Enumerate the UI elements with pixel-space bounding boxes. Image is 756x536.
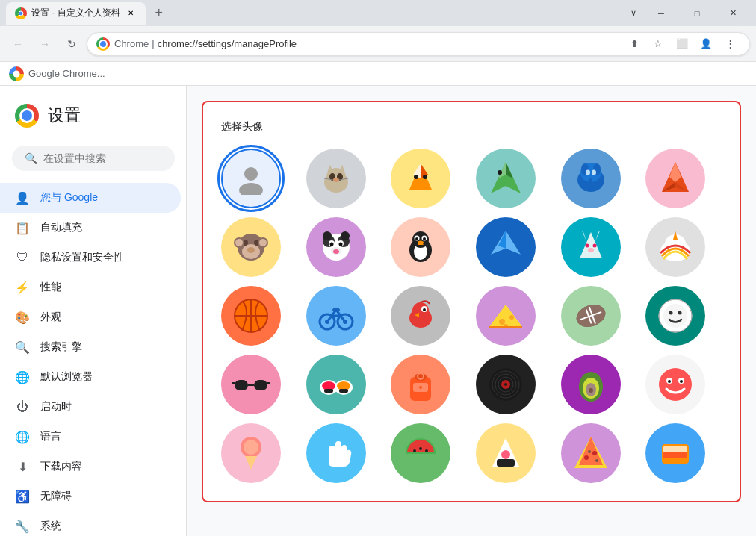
- avatar-teal-rabbit[interactable]: [561, 217, 621, 277]
- svg-point-134: [680, 380, 683, 383]
- sidebar-item-language[interactable]: 🌐 语言: [0, 422, 181, 452]
- sidebar-item-system[interactable]: 🔧 系统: [0, 511, 181, 536]
- avatar-icecream[interactable]: [221, 423, 281, 483]
- svg-point-90: [499, 319, 505, 325]
- sidebar-item-downloads[interactable]: ⬇ 下载内容: [0, 452, 181, 482]
- avatar-smiley-red[interactable]: [645, 355, 705, 414]
- avatar-fox[interactable]: [391, 149, 450, 208]
- sidebar-item-label-browser: 默认浏览器: [40, 370, 93, 384]
- address-bar[interactable]: Chrome | chrome://settings/manageProfile…: [87, 32, 750, 56]
- chevron-down-button[interactable]: ∨: [625, 0, 642, 26]
- profile-button[interactable]: 👤: [695, 34, 716, 54]
- share-button[interactable]: ⬆: [624, 34, 645, 54]
- svg-marker-146: [579, 437, 603, 465]
- hand-avatar-icon: [314, 431, 359, 476]
- back-button[interactable]: ←: [6, 32, 30, 56]
- rice-ball-avatar-icon: [483, 431, 528, 476]
- site-icon: [96, 37, 110, 51]
- tab-close-button[interactable]: ✕: [125, 7, 137, 19]
- origami-fox-avatar-icon: [653, 156, 698, 201]
- avatar-smiley-plate[interactable]: [645, 286, 705, 346]
- close-button[interactable]: ✕: [716, 0, 750, 26]
- person-icon: 👤: [15, 190, 30, 205]
- svg-point-34: [247, 247, 255, 253]
- avatar-red-bird[interactable]: [391, 286, 450, 346]
- avatar-bicycle[interactable]: [306, 286, 366, 346]
- avatar-blue-bird[interactable]: [476, 217, 536, 277]
- menu-button[interactable]: ⋮: [719, 34, 740, 54]
- avatar-cheese[interactable]: [476, 286, 536, 346]
- avatar-vinyl[interactable]: [476, 355, 536, 414]
- title-bar: 设置 - 自定义个人资料 ✕ + ∨ ─ □ ✕: [0, 0, 756, 26]
- avatar-dragon[interactable]: [476, 149, 536, 208]
- avatar-pizza[interactable]: [561, 423, 621, 483]
- avatar-origami-fox[interactable]: [645, 149, 705, 208]
- menu-icon: ⋮: [725, 38, 735, 49]
- svg-point-101: [669, 311, 673, 315]
- maximize-button[interactable]: □: [680, 0, 714, 26]
- avatar-backpack[interactable]: [391, 355, 450, 414]
- refresh-button[interactable]: ↻: [60, 32, 84, 56]
- profile-section: 选择头像: [202, 101, 741, 502]
- svg-point-65: [585, 244, 589, 248]
- svg-point-19: [498, 170, 502, 175]
- close-icon: ✕: [730, 8, 737, 18]
- svg-point-15: [423, 175, 427, 179]
- avatar-panda[interactable]: [306, 217, 366, 277]
- minimize-icon: ─: [658, 9, 664, 18]
- chevron-down-icon: ∨: [630, 8, 636, 18]
- avatar-monkey[interactable]: [221, 217, 281, 277]
- sidebar-item-search[interactable]: 🔍 搜索引擎: [0, 332, 181, 362]
- search-input[interactable]: [43, 152, 162, 164]
- new-tab-button[interactable]: +: [149, 3, 170, 24]
- sidebar-item-label-privacy: 隐私设置和安全性: [40, 251, 124, 264]
- sidebar-item-autofill[interactable]: 📋 自动填充: [0, 213, 181, 243]
- avatar-penguin[interactable]: [391, 217, 450, 277]
- svg-point-25: [592, 170, 596, 175]
- svg-point-139: [419, 447, 422, 450]
- svg-point-100: [663, 304, 687, 328]
- sidebar-item-privacy[interactable]: 🛡 隐私设置和安全性: [0, 243, 181, 272]
- avatar-hand[interactable]: [306, 423, 366, 483]
- main-content: 选择头像: [187, 86, 756, 536]
- svg-rect-114: [339, 389, 348, 393]
- profile-icon: 👤: [700, 38, 712, 49]
- sidebar-item-browser[interactable]: 🌐 默认浏览器: [0, 362, 181, 392]
- avatar-sunglasses[interactable]: [221, 355, 281, 414]
- avatar-football[interactable]: [561, 286, 621, 346]
- back-icon: ←: [13, 38, 23, 50]
- forward-button[interactable]: →: [33, 32, 57, 56]
- split-view-button[interactable]: ⬜: [672, 34, 693, 54]
- sidebar-item-label-accessibility: 无障碍: [40, 490, 72, 503]
- avatar-cat[interactable]: [306, 149, 366, 208]
- forward-icon: →: [40, 38, 50, 50]
- power-icon: ⏻: [15, 399, 30, 414]
- avatar-avocado[interactable]: [561, 355, 621, 414]
- sidebar-item-startup[interactable]: ⏻ 启动时: [0, 392, 181, 422]
- sidebar-item-performance[interactable]: ⚡ 性能: [0, 272, 181, 302]
- avatar-watermelon[interactable]: [391, 423, 450, 483]
- avatar-sandwich[interactable]: [645, 423, 705, 483]
- svg-rect-111: [324, 389, 333, 393]
- avatar-basketball[interactable]: [221, 286, 281, 346]
- svg-rect-105: [254, 380, 267, 390]
- svg-point-130: [659, 368, 692, 401]
- sidebar-item-appearance[interactable]: 🎨 外观: [0, 302, 181, 332]
- active-tab[interactable]: 设置 - 自定义个人资料 ✕: [6, 2, 146, 25]
- performance-icon: ⚡: [15, 280, 30, 295]
- sidebar-item-label-google: 您与 Google: [40, 191, 98, 205]
- sidebar-item-google[interactable]: 👤 您与 Google: [0, 183, 181, 213]
- bookmark-button[interactable]: ☆: [648, 34, 669, 54]
- avatar-unicorn[interactable]: [645, 217, 705, 277]
- avatar-default[interactable]: [221, 149, 281, 208]
- avatar-rice-ball[interactable]: [476, 423, 536, 483]
- minimize-button[interactable]: ─: [644, 0, 678, 26]
- football-avatar-icon: [568, 293, 613, 338]
- svg-point-49: [341, 231, 350, 240]
- avatar-sushi[interactable]: [306, 355, 366, 414]
- avatar-elephant[interactable]: [561, 149, 621, 208]
- sidebar-item-label-downloads: 下载内容: [40, 460, 82, 473]
- google-bar-text: Google Chrome...: [28, 68, 105, 79]
- smiley-red-avatar-icon: [653, 362, 698, 407]
- sidebar-item-accessibility[interactable]: ♿ 无障碍: [0, 482, 181, 511]
